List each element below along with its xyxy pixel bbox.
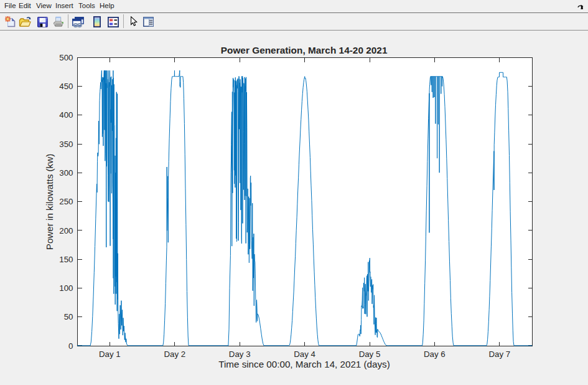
svg-text:Day 7: Day 7 (488, 349, 510, 359)
svg-text:100: 100 (59, 283, 73, 293)
svg-text:450: 450 (59, 82, 73, 91)
svg-text:400: 400 (59, 110, 73, 120)
svg-text:350: 350 (59, 140, 73, 149)
svg-text:250: 250 (59, 197, 73, 206)
svg-text:150: 150 (59, 255, 73, 264)
svg-text:50: 50 (64, 312, 73, 321)
svg-text:Day 5: Day 5 (359, 349, 381, 359)
svg-text:Day 4: Day 4 (294, 349, 315, 359)
svg-text:0: 0 (68, 341, 73, 351)
svg-text:Day 2: Day 2 (164, 349, 185, 359)
svg-text:Day 3: Day 3 (229, 349, 251, 359)
svg-text:Power in kilowatts (kw): Power in kilowatts (kw) (44, 154, 55, 250)
svg-text:200: 200 (59, 226, 73, 235)
svg-text:500: 500 (59, 53, 73, 62)
svg-text:300: 300 (59, 168, 73, 178)
svg-text:Power Generation, March 14-20: Power Generation, March 14-20 2021 (221, 45, 388, 55)
svg-text:Day 6: Day 6 (424, 349, 446, 359)
svg-text:Time since 00:00, March 14, 20: Time since 00:00, March 14, 2021 (days) (218, 359, 390, 369)
svg-text:Day 1: Day 1 (99, 349, 121, 359)
